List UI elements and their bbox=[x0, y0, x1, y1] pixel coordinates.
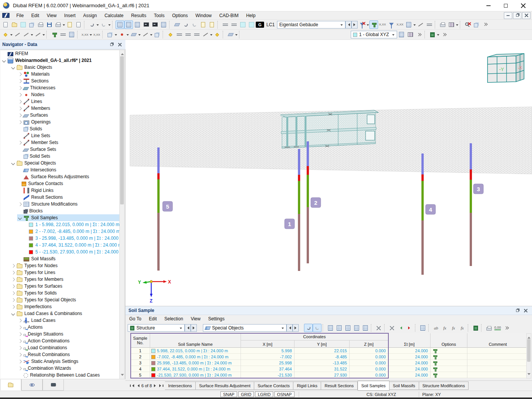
delete-rows-button[interactable] bbox=[374, 324, 383, 332]
coordinate-system-combo[interactable]: 1 - Global XYZ bbox=[351, 31, 397, 38]
grid-toggle[interactable]: GRID bbox=[238, 391, 254, 397]
tab-soil-massifs[interactable]: Soil Massifs bbox=[390, 382, 419, 390]
new-member-button[interactable] bbox=[22, 30, 30, 39]
tree-item-thicknesses[interactable]: Thicknesses bbox=[0, 84, 119, 91]
tab-rigid-links[interactable]: Rigid Links bbox=[293, 382, 321, 390]
navigator-scrollbar[interactable] bbox=[119, 50, 125, 379]
import-table-button[interactable] bbox=[388, 324, 396, 332]
tree-item-load-combinations[interactable]: Load Combinations bbox=[0, 344, 119, 351]
calculator-dropdown[interactable] bbox=[456, 24, 458, 27]
tree-item-combination-wizards[interactable]: Combination Wizards bbox=[0, 365, 119, 372]
soil-profile-icon[interactable] bbox=[433, 373, 438, 377]
overflow-3-button[interactable] bbox=[440, 30, 448, 39]
tree-item-solids[interactable]: Solids bbox=[0, 125, 119, 132]
undo-dropdown[interactable] bbox=[97, 24, 99, 27]
calculator-button[interactable] bbox=[447, 21, 456, 29]
tree-item-rfem[interactable]: RFEM bbox=[0, 50, 119, 57]
tab-structure-modifications[interactable]: Structure Modifications bbox=[419, 382, 469, 390]
lc-favorite-1[interactable] bbox=[238, 21, 247, 29]
jump-to-graphic-button[interactable] bbox=[313, 324, 321, 332]
navigator-tab-display[interactable] bbox=[21, 379, 43, 391]
soil-profile-icon[interactable] bbox=[433, 367, 438, 371]
panel-toggle-button[interactable] bbox=[133, 21, 142, 29]
open-model-button[interactable] bbox=[10, 21, 19, 29]
maximize-button[interactable] bbox=[497, 0, 515, 11]
result-smooth-button[interactable] bbox=[425, 21, 434, 29]
panel-menu-selection[interactable]: Selection bbox=[161, 315, 187, 323]
surface-load-button[interactable] bbox=[184, 30, 192, 39]
next-table-button[interactable] bbox=[293, 324, 299, 332]
header-z[interactable]: Z [m] bbox=[350, 340, 388, 348]
mdi-minimize-button[interactable] bbox=[504, 12, 512, 19]
shortcut-button[interactable] bbox=[150, 21, 159, 29]
tree-item-sections[interactable]: Sections bbox=[0, 78, 119, 84]
tree-item-soil-sample-2[interactable]: 2 - -7.002, -8.485, 0.000 m | Σt : 24.00… bbox=[0, 228, 119, 235]
menu-results[interactable]: Results bbox=[127, 11, 150, 20]
osnap-toggle[interactable]: OSNAP bbox=[274, 391, 294, 397]
navigator-toggle-button[interactable] bbox=[116, 21, 124, 29]
tree-item-intersections[interactable]: Intersections bbox=[0, 166, 119, 173]
header-sum-t[interactable]: Σt [m] bbox=[388, 333, 431, 348]
table-view-button[interactable] bbox=[326, 324, 335, 332]
new-template-button[interactable] bbox=[65, 21, 74, 29]
panel-close-button[interactable] bbox=[522, 307, 529, 314]
print-button[interactable] bbox=[54, 21, 62, 29]
menu-cad-bim[interactable]: CAD-BIM bbox=[215, 11, 242, 20]
tree-item-materials[interactable]: Materials bbox=[0, 71, 119, 78]
menu-window[interactable]: Window bbox=[192, 11, 215, 20]
project-settings-button[interactable] bbox=[36, 21, 45, 29]
table-row[interactable]: 4 37.464, 31.522, 0.000 m | Σt : 24.000 … bbox=[131, 366, 528, 372]
close-button[interactable] bbox=[515, 0, 532, 11]
navigator-float-button[interactable] bbox=[108, 41, 115, 48]
tree-item-lines[interactable]: Lines bbox=[0, 98, 119, 105]
header-sample-no[interactable]: Sample No. bbox=[131, 333, 150, 348]
measure-2-button[interactable] bbox=[230, 21, 238, 29]
box-select-button[interactable] bbox=[207, 21, 216, 29]
tab-soil-samples[interactable]: Soil Samples bbox=[358, 381, 390, 391]
panel-menu-view[interactable]: View bbox=[187, 315, 204, 323]
new-polyline-button[interactable] bbox=[33, 30, 42, 39]
filter-dropdown[interactable] bbox=[367, 24, 369, 27]
sync-selection-button[interactable] bbox=[304, 324, 313, 332]
panel-menu-edit[interactable]: Edit bbox=[145, 315, 161, 323]
table-row[interactable]: 2 -7.002, -8.485, 0.000 m | Σt : 24.000 … bbox=[131, 354, 528, 360]
first-table-button[interactable] bbox=[131, 384, 134, 387]
bim-globe-button[interactable] bbox=[27, 21, 36, 29]
member-load-button[interactable] bbox=[175, 30, 184, 39]
tab-surface-results-adjustment[interactable]: Surface Results Adjustment bbox=[196, 382, 254, 390]
prev-table-button[interactable] bbox=[287, 324, 293, 332]
tree-item-basic-objects[interactable]: Basic Objects bbox=[0, 64, 119, 71]
last-table-button[interactable] bbox=[159, 384, 163, 387]
tree-item-blocks[interactable]: Blocks bbox=[0, 207, 119, 214]
soil-sample-column-2[interactable] bbox=[307, 141, 309, 263]
previous-load-case-button[interactable] bbox=[345, 21, 352, 28]
print-table-button[interactable] bbox=[484, 324, 493, 332]
decimal-places-button[interactable]: 0,00 bbox=[493, 324, 502, 332]
tree-item-design-situations[interactable]: Design Situations bbox=[0, 331, 119, 337]
building-model[interactable] bbox=[280, 110, 378, 148]
soil-profile-icon[interactable] bbox=[433, 348, 438, 353]
soil-profile-icon[interactable] bbox=[433, 361, 438, 365]
tab-intersections[interactable]: Intersections bbox=[165, 382, 196, 390]
new-imperfection-button[interactable] bbox=[141, 30, 150, 39]
new-polyline-dropdown[interactable] bbox=[43, 34, 45, 37]
tree-item-model[interactable]: Webinarmodell_GA-1_all.rf6* | 2021 bbox=[0, 57, 119, 64]
table-scrollbar[interactable] bbox=[526, 333, 531, 378]
tables-toggle-button[interactable] bbox=[124, 21, 133, 29]
print-dropdown[interactable] bbox=[63, 24, 65, 27]
delete-load-button[interactable] bbox=[358, 21, 366, 29]
tree-item-soil-sample-4[interactable]: 4 - 37.464, 31.522, 0.000 m | Σt : 24.00… bbox=[0, 242, 119, 249]
result-table-button[interactable] bbox=[404, 21, 413, 29]
navigator-tab-data[interactable] bbox=[0, 379, 21, 391]
redo-dropdown[interactable] bbox=[108, 24, 111, 27]
menu-assign[interactable]: Assign bbox=[79, 11, 101, 20]
panel-overflow-button[interactable] bbox=[502, 324, 511, 332]
wire-cube-button[interactable] bbox=[153, 30, 162, 39]
insert-row-button[interactable] bbox=[335, 324, 344, 332]
select-special-button[interactable] bbox=[173, 21, 181, 29]
new-surface-set-button[interactable] bbox=[67, 30, 76, 39]
navigator-close-button[interactable] bbox=[116, 41, 123, 48]
node-load-button[interactable] bbox=[166, 30, 175, 39]
panel-menu-settings[interactable]: Settings bbox=[204, 315, 228, 323]
lgrid-toggle[interactable]: LGRID bbox=[255, 391, 273, 397]
